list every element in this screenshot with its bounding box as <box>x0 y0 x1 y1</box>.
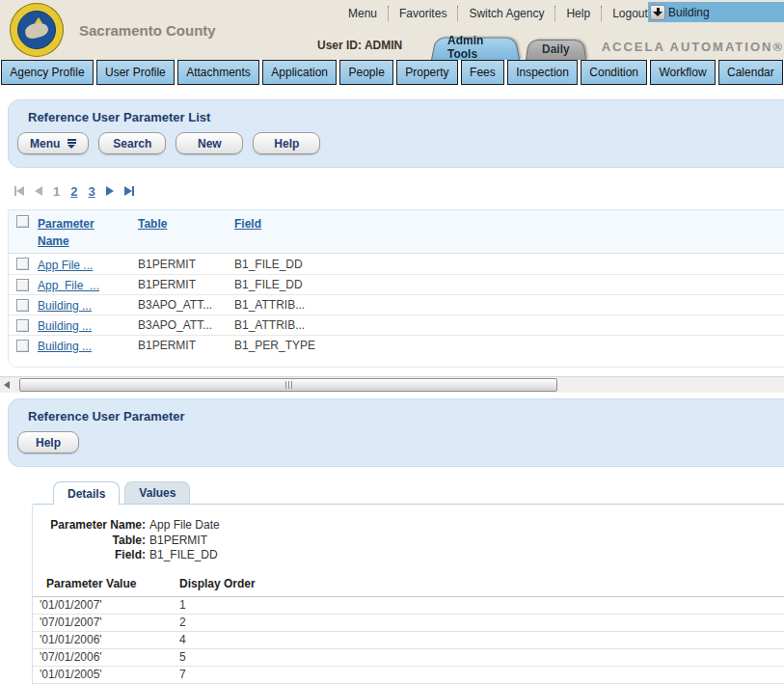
scroll-left-arrow-icon[interactable] <box>4 381 10 389</box>
page-number-3[interactable]: 3 <box>88 184 95 199</box>
field-label: Parameter Name: <box>33 518 146 534</box>
horizontal-scrollbar <box>0 376 784 393</box>
parameter-list-table: Parameter Name Table Field App File ... … <box>8 209 784 368</box>
nav-item-user-profile[interactable]: User Profile <box>96 60 175 85</box>
page-number-current: 1 <box>53 184 60 199</box>
nav-item-condition[interactable]: Condition <box>581 60 647 85</box>
values-row: '07/01/2007' 2 <box>33 615 784 632</box>
new-button[interactable]: New <box>176 132 243 154</box>
top-menu-item-menu[interactable]: Menu <box>338 6 388 21</box>
values-row: '01/01/2007' 1 <box>33 597 784 615</box>
row-checkbox[interactable] <box>16 299 29 312</box>
module-selector[interactable]: Building <box>648 2 784 22</box>
accela-brand-text: ACCELA AUTOMATION® <box>602 40 784 54</box>
help-button[interactable]: Help <box>253 132 320 154</box>
nav-item-agency-profile[interactable]: Agency Profile <box>1 60 94 85</box>
top-menu-item-help[interactable]: Help <box>554 6 601 21</box>
pagination: 1 2 3 <box>14 184 784 198</box>
table-row: Building ... B3APO_ATT... B1_ATTRIB... <box>9 294 784 315</box>
nav-item-property[interactable]: Property <box>396 60 458 85</box>
reference-user-parameter-list-panel: Reference User Parameter List Menu Searc… <box>8 99 784 168</box>
tab-daily[interactable]: Daily <box>526 38 586 60</box>
column-header-parameter-name[interactable]: Parameter Name <box>38 217 95 248</box>
reference-user-parameter-panel: Reference User Parameter Help <box>8 398 784 467</box>
row-checkbox[interactable] <box>16 319 29 332</box>
page-number-2[interactable]: 2 <box>70 184 77 199</box>
list-panel-title: Reference User Parameter List <box>9 100 784 124</box>
top-menu: Menu Favorites Switch Agency Help Logout <box>338 5 659 22</box>
first-page-icon[interactable] <box>14 186 24 196</box>
row-checkbox[interactable] <box>16 340 29 352</box>
previous-page-icon[interactable] <box>35 186 42 196</box>
details-content-panel: Parameter Name: App File Date Table: B1P… <box>32 504 784 684</box>
values-row: '01/01/2005' 7 <box>33 667 784 684</box>
column-header-table[interactable]: Table <box>138 217 167 231</box>
row-checkbox[interactable] <box>16 258 29 270</box>
search-button[interactable]: Search <box>98 132 166 154</box>
field-value: B1_FILE_DD <box>149 548 218 563</box>
top-menu-item-favorites[interactable]: Favorites <box>388 6 457 21</box>
list-panel-buttons: Menu Search New Help <box>9 124 784 167</box>
main-navbar: Agency Profile User Profile Attachments … <box>0 60 784 85</box>
module-dropdown-icon <box>650 5 665 20</box>
nav-item-people[interactable]: People <box>339 60 393 85</box>
parameter-link[interactable]: App File ... <box>38 279 99 292</box>
field-label: Table: <box>33 534 146 549</box>
parameter-link[interactable]: App File ... <box>38 259 93 272</box>
nav-item-application[interactable]: Application <box>262 60 337 85</box>
parameter-values-table: Parameter Value Display Order '01/01/200… <box>33 577 784 684</box>
module-selector-label: Building <box>668 6 710 19</box>
nav-item-inspection[interactable]: Inspection <box>507 60 578 85</box>
user-id-label: User ID: ADMIN <box>317 39 402 52</box>
parameter-link[interactable]: Building ... <box>38 340 92 353</box>
column-header-field[interactable]: Field <box>234 217 261 231</box>
app-window: Sacramento County Menu Favorites Switch … <box>0 0 784 684</box>
table-row: Building ... B3APO_ATT... B1_ATTRIB... <box>9 315 784 335</box>
next-page-icon[interactable] <box>106 186 114 196</box>
values-row: '07/01/2006' 5 <box>33 649 784 667</box>
menu-button[interactable]: Menu <box>17 132 89 154</box>
agency-name: Sacramento County <box>79 22 216 39</box>
table-row: App File ... B1PERMIT B1_FILE_DD <box>9 274 784 294</box>
nav-item-fees[interactable]: Fees <box>461 60 504 85</box>
nav-item-workflow[interactable]: Workflow <box>650 60 716 85</box>
table-row: Building ... B1PERMIT B1_PER_TYPE <box>9 335 784 355</box>
table-row: App File ... B1PERMIT B1_FILE_DD <box>9 254 784 274</box>
county-seal-logo <box>10 3 64 57</box>
nav-item-calendar[interactable]: Calendar <box>718 60 783 85</box>
module-tabstrip: Admin Tools Daily ACCELA AUTOMATION® <box>431 35 784 60</box>
tab-details[interactable]: Details <box>53 481 120 505</box>
field-value: B1PERMIT <box>149 534 207 549</box>
parameter-link[interactable]: Building ... <box>38 319 92 333</box>
field-label: Field: <box>33 548 146 563</box>
top-menu-item-switch-agency[interactable]: Switch Agency <box>457 6 554 21</box>
last-page-icon[interactable] <box>124 186 134 196</box>
detail-tabs: Details Values <box>53 481 784 504</box>
parameter-link[interactable]: Building ... <box>38 299 92 313</box>
values-column-parameter-value: Parameter Value <box>46 577 179 590</box>
tab-values[interactable]: Values <box>124 481 190 504</box>
parameter-fields: Parameter Name: App File Date Table: B1P… <box>33 505 784 563</box>
detail-panel-title: Reference User Parameter <box>9 399 784 424</box>
menu-dropdown-icon <box>67 139 76 149</box>
values-table-header: Parameter Value Display Order <box>33 577 784 597</box>
table-header-row: Parameter Name Table Field <box>9 210 784 254</box>
row-checkbox[interactable] <box>16 279 29 291</box>
select-all-checkbox[interactable] <box>16 215 29 228</box>
scrollbar-thumb[interactable] <box>19 378 557 392</box>
detail-help-button[interactable]: Help <box>17 431 79 453</box>
field-value: App File Date <box>149 518 220 534</box>
values-row: '01/01/2006' 4 <box>33 632 784 649</box>
values-column-display-order: Display Order <box>179 577 784 590</box>
nav-item-attachments[interactable]: Attachments <box>177 60 259 85</box>
header: Sacramento County Menu Favorites Switch … <box>0 0 784 60</box>
tab-admin-tools[interactable]: Admin Tools <box>431 35 520 60</box>
